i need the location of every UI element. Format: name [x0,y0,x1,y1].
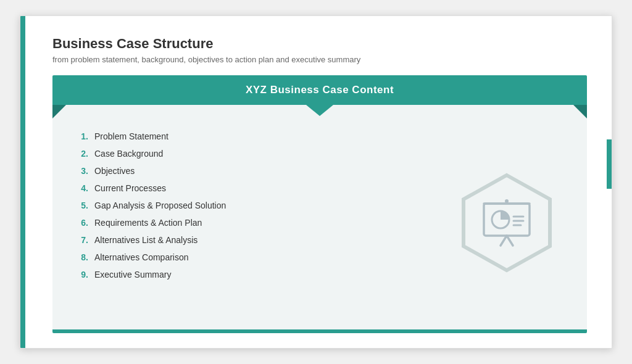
hexagon-container [454,170,559,275]
list-item-number: 8. [77,252,88,262]
list-item-label: Objectives [94,166,135,176]
list-item-number: 2. [77,149,88,159]
slide-header: Business Case Structure from problem sta… [52,36,587,64]
list-item: 1.Problem Statement [77,128,433,144]
slide: Business Case Structure from problem sta… [20,15,612,349]
list-item: 6.Requirements & Action Plan [77,215,433,231]
list-item: 3.Objectives [77,163,433,179]
list-item: 4.Current Processes [77,180,433,196]
numbered-list: 1.Problem Statement2.Case Background3.Ob… [77,128,433,317]
list-item: 9.Executive Summary [77,267,433,283]
list-item-label: Gap Analysis & Proposed Solution [94,201,226,210]
list-item-label: Case Background [94,149,163,159]
list-item-label: Alternatives List & Analysis [94,235,198,245]
list-item: 5.Gap Analysis & Proposed Solution [77,197,433,213]
list-item-label: Current Processes [94,183,166,193]
content-box-header: XYZ Business Case Content [52,75,587,105]
list-item: 2.Case Background [77,146,433,162]
content-box-title: XYZ Business Case Content [246,84,394,96]
content-box: XYZ Business Case Content 1.Problem Stat… [52,75,587,333]
list-item-number: 3. [77,166,88,176]
hexagon-icon [454,170,559,275]
list-item-label: Problem Statement [94,131,168,141]
list-item: 7.Alternatives List & Analysis [77,232,433,248]
list-item-number: 7. [77,235,88,245]
list-item-number: 1. [77,131,88,141]
header-corner-left [52,105,66,118]
list-item-label: Executive Summary [94,270,171,279]
header-corner-right [573,105,587,118]
list-item-label: Requirements & Action Plan [94,218,202,228]
slide-title: Business Case Structure [52,36,587,52]
svg-marker-0 [464,175,550,270]
list-item-label: Alternatives Comparison [94,252,189,262]
right-accent-bar [607,139,612,189]
slide-subtitle: from problem statement, background, obje… [52,55,587,64]
icon-section [445,128,568,317]
content-body: 1.Problem Statement2.Case Background3.Ob… [52,105,587,329]
list-item-number: 4. [77,183,88,193]
list-item-number: 5. [77,201,88,210]
list-item-number: 9. [77,270,88,279]
list-item-number: 6. [77,218,88,228]
list-item: 8.Alternatives Comparison [77,249,433,265]
bottom-bar [52,329,587,333]
left-accent-bar [20,16,25,348]
